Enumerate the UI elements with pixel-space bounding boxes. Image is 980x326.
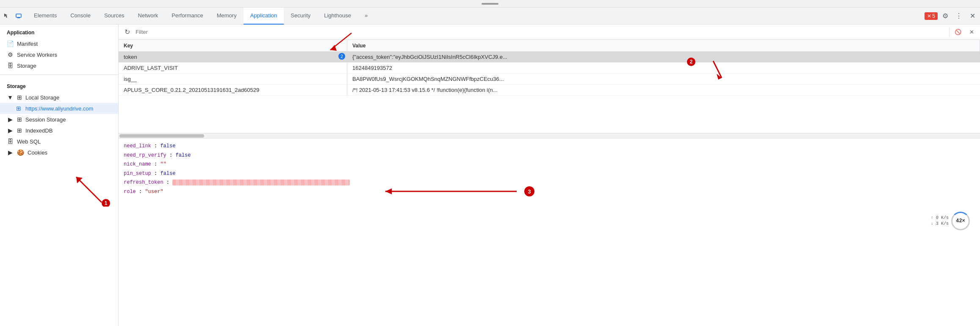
- settings-button[interactable]: ⚙: [939, 10, 951, 22]
- drag-handle: [0, 0, 980, 8]
- session-storage-expand-icon: ▶: [7, 116, 14, 123]
- table-h-scrollbar[interactable]: [119, 133, 980, 138]
- refresh-button[interactable]: ↻: [122, 27, 132, 37]
- sidebar-item-storage-app[interactable]: 🗄 Storage: [0, 60, 118, 71]
- panel-line-nick-name: nick_name : "": [124, 160, 975, 169]
- lower-panel: need_link : false need_rp_verify : false…: [119, 138, 980, 235]
- network-meter: ↑ 0 K/s ↓ 3 K/s 42×: [931, 212, 970, 230]
- tab-more[interactable]: »: [358, 8, 374, 25]
- clear-storage-button[interactable]: 🚫: [953, 27, 963, 37]
- content-pane: ↻ 🚫 ✕ Key Value: [119, 25, 980, 326]
- local-storage-entry-icon: ⊞: [15, 105, 22, 112]
- tab-console[interactable]: Console: [64, 8, 97, 25]
- sidebar-item-session-storage[interactable]: ▶ ⊞ Session Storage: [0, 114, 118, 125]
- manifest-icon: 📄: [7, 40, 14, 47]
- svg-line-3: [76, 177, 102, 202]
- svg-rect-0: [16, 14, 21, 17]
- tab-bar-left-icons: [2, 11, 24, 21]
- storage-app-icon: 🗄: [7, 62, 14, 69]
- panel-line-refresh-token: refresh_token :: [124, 178, 975, 188]
- service-workers-icon: ⚙: [7, 51, 14, 58]
- tab-security[interactable]: Security: [284, 8, 317, 25]
- cell-key-aplus: APLUS_S_CORE_0.21.2_20210513191631_2ad60…: [119, 85, 347, 95]
- table-header: Key Value: [119, 40, 980, 52]
- local-storage-expand-icon: ▼: [7, 94, 14, 101]
- sidebar: Application 📄 Manifest ⚙ Service Workers…: [0, 25, 119, 326]
- svg-rect-2: [16, 15, 16, 17]
- sidebar-item-indexeddb[interactable]: ▶ ⊞ IndexedDB: [0, 125, 118, 136]
- sidebar-item-aliyundrive[interactable]: ⊞ https://www.aliyundrive.com: [0, 103, 118, 114]
- svg-text:1: 1: [105, 200, 108, 206]
- device-icon[interactable]: [14, 11, 24, 21]
- tab-sources[interactable]: Sources: [97, 8, 131, 25]
- panel-line-need-link: need_link : false: [124, 142, 975, 151]
- table-row[interactable]: ADRIVE_LAST_VISIT 1624849193572: [119, 63, 980, 74]
- tab-performance[interactable]: Performance: [165, 8, 210, 25]
- tab-bar-right: ✕ 5 ⚙ ⋮ ✕: [925, 10, 978, 22]
- panel-line-pin-setup: pin_setup : false: [124, 169, 975, 179]
- cell-value-token: {"access_token":"eyJhbGciOiJSUzI1NiIsInR…: [347, 52, 980, 62]
- arrow-annotation-1: 1: [68, 169, 119, 208]
- cell-value-adrive: 1624849193572: [347, 63, 980, 73]
- cell-value-isg: BA8PW0fUs9_WsrcjKGOKMQhSnqMZNGNWFfbpzCEc…: [347, 74, 980, 84]
- no-entry-icon: 🚫: [955, 29, 961, 35]
- svg-rect-1: [17, 17, 20, 18]
- cell-key-isg: isg__: [119, 74, 347, 84]
- tab-bar: Elements Console Sources Network Perform…: [0, 8, 980, 25]
- table-row[interactable]: isg__ BA8PW0fUs9_WsrcjKGOKMQhSnqMZNGNWFf…: [119, 74, 980, 85]
- error-badge[interactable]: ✕ 5: [925, 12, 938, 20]
- cell-key-adrive: ADRIVE_LAST_VISIT: [119, 63, 347, 73]
- close-filter-button[interactable]: ✕: [966, 27, 977, 37]
- tab-network[interactable]: Network: [131, 8, 165, 25]
- toolbar: ↻ 🚫 ✕: [119, 25, 980, 40]
- storage-table: Key Value token 2 {"access_token":"eyJhb…: [119, 40, 980, 133]
- cookies-icon: 🍪: [17, 149, 24, 156]
- indexeddb-grid-icon: ⊞: [17, 127, 22, 134]
- storage-section-title: Storage: [0, 78, 118, 92]
- column-header-key: Key: [119, 40, 347, 51]
- sidebar-item-service-workers[interactable]: ⚙ Service Workers: [0, 49, 118, 60]
- toolbar-separator: [949, 28, 950, 36]
- inspect-icon[interactable]: [2, 11, 12, 21]
- svg-point-5: [102, 199, 110, 207]
- indexeddb-expand-icon: ▶: [7, 127, 14, 134]
- svg-marker-4: [76, 177, 83, 183]
- session-storage-grid-icon: ⊞: [17, 116, 22, 123]
- filter-input[interactable]: [136, 29, 946, 35]
- panel-line-role: role : "user": [124, 188, 975, 197]
- cell-key-token: token 2: [119, 52, 347, 62]
- refresh-icon: ↻: [125, 28, 130, 36]
- filter-close-icon: ✕: [969, 29, 974, 35]
- meter-info: ↑ 0 K/s ↓ 3 K/s: [931, 215, 949, 227]
- sidebar-item-local-storage[interactable]: ▼ ⊞ Local Storage: [0, 92, 118, 103]
- row-badge-2: 2: [338, 53, 345, 60]
- drag-handle-icon: [482, 3, 498, 5]
- error-x: ✕: [927, 13, 931, 19]
- close-button[interactable]: ✕: [966, 10, 978, 22]
- column-header-value: Value: [347, 40, 980, 51]
- sidebar-divider: [0, 75, 118, 75]
- panel-line-need-rp: need_rp_verify : false: [124, 151, 975, 160]
- tab-application[interactable]: Application: [244, 8, 284, 25]
- cookies-expand-icon: ▶: [7, 149, 14, 156]
- local-storage-grid-icon: ⊞: [17, 94, 22, 101]
- redacted-value: [172, 180, 349, 185]
- more-menu-button[interactable]: ⋮: [953, 10, 965, 22]
- sidebar-item-cookies[interactable]: ▶ 🍪 Cookies: [0, 147, 118, 158]
- sidebar-item-manifest[interactable]: 📄 Manifest: [0, 38, 118, 49]
- meter-circle: 42×: [951, 212, 970, 230]
- table-row[interactable]: token 2 {"access_token":"eyJhbGciOiJSUzI…: [119, 52, 980, 63]
- web-sql-icon: 🗄: [7, 138, 14, 145]
- app-section-title: Application: [0, 25, 118, 38]
- tab-elements[interactable]: Elements: [27, 8, 64, 25]
- tab-lighthouse[interactable]: Lighthouse: [317, 8, 358, 25]
- table-row[interactable]: APLUS_S_CORE_0.21.2_20210513191631_2ad60…: [119, 85, 980, 96]
- sidebar-item-web-sql[interactable]: 🗄 Web SQL: [0, 136, 118, 147]
- cell-value-aplus: /*! 2021-05-13 17:41:53 v8.15.6 */ !func…: [347, 85, 980, 95]
- tab-memory[interactable]: Memory: [210, 8, 244, 25]
- main-layout: Application 📄 Manifest ⚙ Service Workers…: [0, 25, 980, 326]
- h-scrollbar-thumb[interactable]: [119, 134, 204, 138]
